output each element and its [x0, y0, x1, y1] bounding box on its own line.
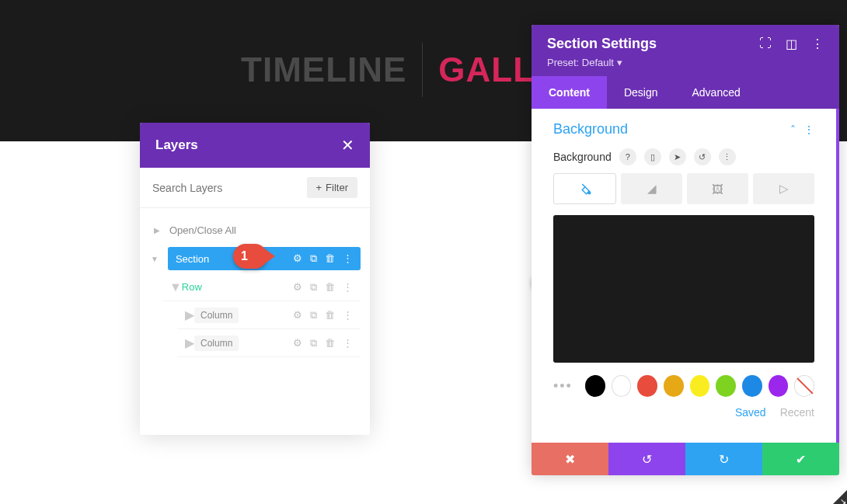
more-icon[interactable]: ⋮ — [343, 337, 353, 349]
swatch-sets: Saved Recent — [553, 406, 814, 419]
layers-tree: ▶ Open/Close All ▼ Section ⚙ ⧉ 🗑 ⋮ ▼ Row… — [140, 208, 370, 435]
duplicate-icon[interactable]: ⧉ — [310, 281, 317, 294]
plus-icon: + — [316, 182, 322, 193]
caret-right-icon[interactable]: ▶ — [185, 308, 194, 322]
gear-icon[interactable]: ⚙ — [293, 309, 302, 322]
preset-selector[interactable]: Preset: Default ▾ — [547, 57, 824, 68]
swatch-green[interactable] — [716, 375, 736, 397]
more-icon[interactable]: ⋮ — [803, 123, 814, 136]
swatch-orange[interactable] — [664, 375, 684, 397]
paint-bucket-icon — [578, 182, 592, 196]
gear-icon[interactable]: ⚙ — [293, 281, 302, 294]
tab-advanced[interactable]: Advanced — [674, 76, 757, 109]
duplicate-icon[interactable]: ⧉ — [310, 337, 317, 349]
background-type-tabs: ◢ 🖼 ▷ — [553, 173, 814, 204]
caret-right-icon: ▶ — [154, 226, 165, 235]
bg-video-tab[interactable]: ▷ — [753, 173, 814, 204]
recent-link[interactable]: Recent — [780, 406, 814, 419]
saved-link[interactable]: Saved — [735, 406, 766, 419]
bg-image-tab[interactable]: 🖼 — [687, 173, 748, 204]
background-section-title[interactable]: Background — [553, 121, 628, 137]
settings-body: Background ˄ ⋮ Background ? ▯ ➤ ↺ ⋮ ◢ 🖼 … — [532, 109, 839, 443]
settings-header[interactable]: Section Settings ⛶ ◫ ⋮ Preset: Default ▾ — [532, 25, 839, 76]
settings-title: Section Settings — [547, 36, 657, 52]
background-label: Background — [553, 151, 612, 163]
more-icon[interactable]: ⋮ — [343, 281, 353, 294]
title-timeline: TIMELINE — [241, 50, 406, 89]
color-swatches: ••• — [553, 375, 814, 397]
bg-gradient-tab[interactable]: ◢ — [621, 173, 682, 204]
resize-handle[interactable] — [833, 490, 847, 504]
reset-icon[interactable]: ↺ — [694, 148, 711, 165]
swatch-yellow[interactable] — [690, 375, 710, 397]
redo-button[interactable]: ↻ — [685, 443, 762, 475]
trash-icon[interactable]: 🗑 — [325, 252, 335, 265]
tab-design[interactable]: Design — [607, 76, 675, 109]
settings-footer: ✖ ↺ ↻ ✔ — [532, 443, 839, 475]
close-icon[interactable]: ✕ — [341, 136, 354, 155]
tab-content[interactable]: Content — [532, 76, 607, 109]
callout-one: 1 — [233, 244, 267, 269]
tree-column-item[interactable]: ▶ Column ⚙ ⧉ 🗑 ⋮ — [177, 329, 361, 357]
tree-column-item[interactable]: ▶ Column ⚙ ⧉ 🗑 ⋮ — [177, 301, 361, 329]
hover-icon[interactable]: ➤ — [669, 148, 686, 165]
trash-icon[interactable]: 🗑 — [325, 281, 335, 294]
swatch-red[interactable] — [637, 375, 657, 397]
layers-search-row: + Filter — [140, 168, 370, 208]
device-icon[interactable]: ▯ — [644, 148, 661, 165]
search-input[interactable] — [152, 182, 299, 194]
trash-icon[interactable]: 🗑 — [325, 309, 335, 322]
filter-label: Filter — [326, 182, 348, 193]
caret-right-icon[interactable]: ▶ — [185, 335, 194, 350]
filter-button[interactable]: + Filter — [307, 177, 357, 198]
title-divider — [422, 43, 423, 97]
expand-icon[interactable]: ⛶ — [759, 36, 772, 51]
caret-down-icon[interactable]: ▼ — [169, 280, 182, 294]
swatch-black[interactable] — [585, 375, 605, 397]
settings-panel: Section Settings ⛶ ◫ ⋮ Preset: Default ▾… — [532, 25, 839, 475]
gear-icon[interactable]: ⚙ — [293, 252, 302, 265]
chevron-up-icon[interactable]: ˄ — [790, 123, 796, 136]
layers-title: Layers — [155, 137, 198, 153]
section-row-actions: ⚙ ⧉ 🗑 ⋮ — [293, 252, 353, 265]
layers-header[interactable]: Layers ✕ — [140, 123, 370, 168]
more-icon[interactable]: ⋮ — [343, 309, 353, 322]
settings-tabs: Content Design Advanced — [532, 76, 839, 109]
swatch-white[interactable] — [612, 375, 632, 397]
help-icon[interactable]: ? — [619, 148, 636, 165]
gear-icon[interactable]: ⚙ — [293, 337, 302, 349]
save-button[interactable]: ✔ — [762, 443, 839, 475]
trash-icon[interactable]: 🗑 — [325, 337, 335, 349]
caret-down-icon: ▾ — [617, 57, 622, 68]
caret-down-icon[interactable]: ▼ — [151, 255, 159, 263]
duplicate-icon[interactable]: ⧉ — [310, 252, 317, 265]
svg-point-0 — [587, 192, 590, 194]
more-icon[interactable]: ⋮ — [811, 36, 824, 51]
background-option-row: Background ? ▯ ➤ ↺ ⋮ — [553, 148, 814, 165]
duplicate-icon[interactable]: ⧉ — [310, 309, 317, 322]
bg-color-tab[interactable] — [553, 173, 616, 204]
swatch-none[interactable] — [794, 375, 814, 397]
swatch-more-icon[interactable]: ••• — [553, 378, 573, 395]
swatch-purple[interactable] — [769, 375, 789, 397]
layers-panel: Layers ✕ + Filter ▶ Open/Close All ▼ Sec… — [140, 123, 370, 435]
more-icon[interactable]: ⋮ — [719, 148, 736, 165]
color-preview[interactable] — [553, 215, 814, 363]
more-icon[interactable]: ⋮ — [343, 252, 353, 265]
open-close-all[interactable]: ▶ Open/Close All — [140, 216, 370, 244]
swatch-blue[interactable] — [742, 375, 762, 397]
snap-icon[interactable]: ◫ — [786, 36, 797, 51]
tree-row-item[interactable]: ▼ Row ⚙ ⧉ 🗑 ⋮ — [162, 273, 361, 301]
cancel-button[interactable]: ✖ — [532, 443, 608, 475]
undo-button[interactable]: ↺ — [608, 443, 685, 475]
